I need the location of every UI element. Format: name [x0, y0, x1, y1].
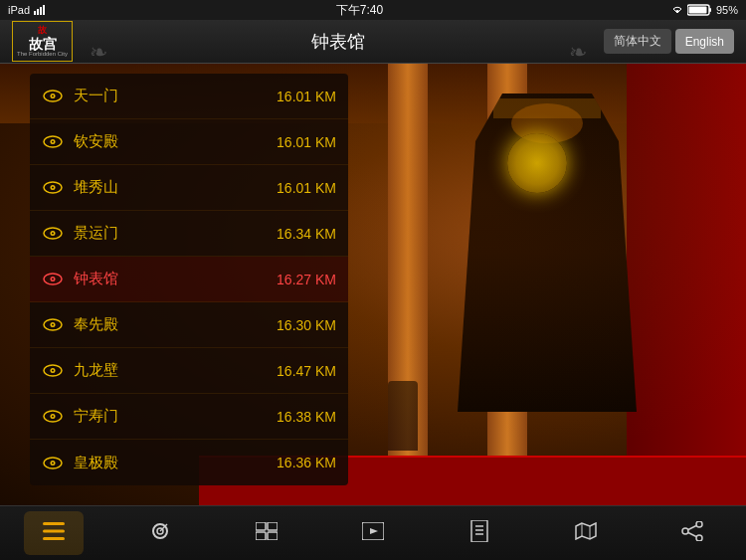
item-name-label: 堆秀山 [74, 178, 277, 197]
svg-line-53 [688, 526, 696, 530]
device-label: iPad [8, 4, 30, 16]
svg-point-52 [696, 535, 702, 541]
list-item[interactable]: 皇极殿16.36 KM [30, 440, 348, 485]
svg-point-12 [52, 141, 54, 143]
status-time: 下午7:40 [336, 2, 383, 19]
item-name-label: 宁寿门 [74, 407, 277, 426]
eye-icon [42, 273, 64, 286]
svg-rect-2 [40, 7, 42, 15]
signal-icon [34, 5, 48, 15]
item-distance: 16.27 KM [277, 272, 336, 287]
item-distance: 16.01 KM [277, 134, 336, 150]
figure-silhouette [388, 381, 418, 451]
svg-rect-36 [43, 537, 65, 540]
svg-rect-39 [256, 522, 266, 530]
item-name-label: 天一门 [74, 87, 277, 105]
toolbar-menu-button[interactable] [24, 511, 84, 555]
list-item[interactable]: 天一门16.01 KM [30, 74, 348, 119]
toolbar-tour-button[interactable] [343, 511, 403, 555]
svg-rect-40 [268, 522, 278, 530]
wifi-icon [671, 5, 683, 15]
location-list-panel: 天一门16.01 KM 钦安殿16.01 KM 堆秀山16.01 KM 景运门1… [30, 74, 348, 485]
item-name-label: 钦安殿 [74, 132, 277, 151]
logo-area: 故 故宫 The Forbidden City [12, 21, 92, 61]
item-name-label: 景运门 [74, 224, 277, 243]
item-name-label: 皇极殿 [74, 454, 277, 472]
list-item[interactable]: 堆秀山16.01 KM [30, 165, 348, 211]
svg-rect-1 [37, 9, 39, 15]
svg-point-15 [52, 187, 54, 189]
book-icon [469, 520, 489, 546]
header: 故 故宫 The Forbidden City ❧ 钟表馆 ❧ 简体中文 Eng… [0, 20, 746, 64]
lang-cn-button[interactable]: 简体中文 [604, 29, 671, 54]
svg-point-30 [52, 416, 54, 418]
item-distance: 16.01 KM [277, 89, 336, 104]
item-distance: 16.47 KM [277, 363, 336, 379]
list-item[interactable]: 钦安殿16.01 KM [30, 119, 348, 165]
svg-point-27 [52, 370, 54, 372]
list-item[interactable]: 宁寿门16.38 KM [30, 394, 348, 440]
eye-icon [42, 410, 64, 424]
logo-box: 故 故宫 The Forbidden City [12, 21, 73, 61]
logo-english-sub: The Forbidden City [17, 51, 68, 58]
svg-rect-0 [34, 11, 36, 15]
lang-en-button[interactable]: English [675, 29, 734, 54]
gallery-icon [256, 522, 278, 544]
toolbar-share-button[interactable] [662, 511, 722, 555]
eye-icon [42, 318, 64, 332]
menu-icon [43, 522, 65, 544]
svg-rect-35 [43, 530, 65, 533]
svg-rect-41 [256, 532, 266, 540]
list-item[interactable]: 九龙壁16.47 KM [30, 348, 348, 394]
share-icon [681, 521, 703, 545]
svg-rect-42 [268, 532, 278, 540]
svg-point-18 [52, 233, 54, 235]
toolbar-gallery-button[interactable] [237, 511, 296, 555]
item-name-label: 九龙壁 [74, 361, 277, 380]
logo-chinese: 故宫 [29, 37, 57, 51]
list-item[interactable]: 钟表馆16.27 KM [30, 257, 348, 302]
eye-icon [42, 90, 64, 103]
item-distance: 16.38 KM [277, 409, 336, 425]
svg-rect-6 [688, 7, 706, 14]
eye-icon [42, 456, 64, 469]
item-distance: 16.01 KM [277, 180, 336, 196]
battery-pct: 95% [716, 4, 738, 16]
toolbar-audio-button[interactable] [130, 511, 190, 555]
svg-point-21 [52, 279, 54, 280]
battery-icon [687, 4, 712, 16]
tour-icon [362, 522, 384, 544]
item-distance: 16.36 KM [277, 455, 336, 470]
status-right: 95% [671, 4, 738, 16]
svg-point-51 [696, 521, 702, 527]
svg-point-33 [52, 462, 54, 464]
svg-rect-3 [43, 5, 45, 15]
list-item[interactable]: 景运门16.34 KM [30, 211, 348, 257]
lang-switcher: 简体中文 English [585, 29, 734, 54]
toolbar-book-button[interactable] [450, 511, 509, 555]
bottom-toolbar [0, 505, 746, 560]
item-distance: 16.34 KM [277, 226, 336, 242]
svg-rect-34 [43, 522, 65, 525]
audio-icon [149, 520, 171, 546]
svg-point-50 [682, 528, 688, 534]
page-title: 钟表馆 [92, 30, 585, 54]
eye-icon [42, 181, 64, 195]
svg-point-9 [52, 95, 54, 97]
list-item[interactable]: 奉先殿16.30 KM [30, 302, 348, 348]
map-icon [575, 522, 597, 544]
item-name-label: 奉先殿 [74, 315, 277, 334]
item-name-label: 钟表馆 [74, 270, 277, 288]
svg-point-24 [52, 324, 54, 326]
svg-rect-5 [709, 8, 711, 12]
toolbar-map-button[interactable] [556, 511, 616, 555]
item-distance: 16.30 KM [277, 317, 336, 333]
eye-icon [42, 364, 64, 378]
svg-line-54 [688, 533, 696, 537]
status-bar: iPad 下午7:40 95% [0, 0, 746, 20]
eye-icon [42, 135, 64, 149]
status-left: iPad [8, 4, 48, 16]
eye-icon [42, 227, 64, 241]
svg-rect-44 [471, 520, 487, 542]
